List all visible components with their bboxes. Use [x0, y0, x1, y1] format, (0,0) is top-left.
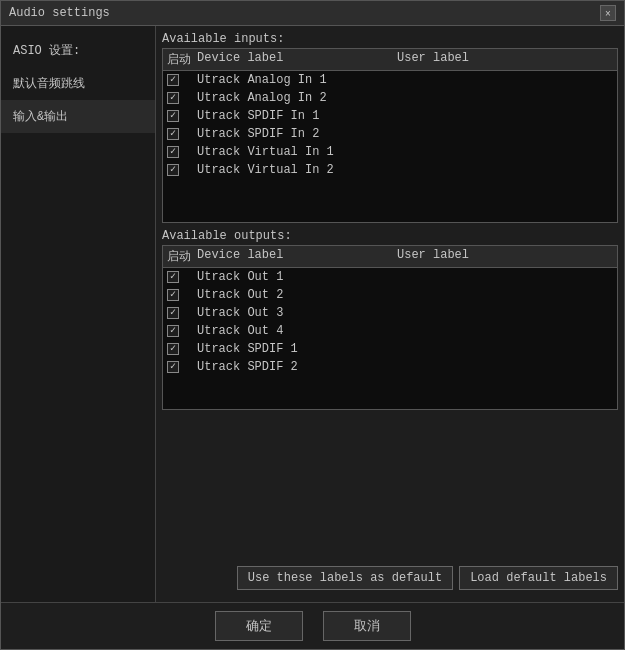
input-checkbox-5[interactable] [167, 164, 179, 176]
output-device-label: Utrack SPDIF 2 [197, 360, 397, 374]
table-row: Utrack Out 1 [163, 268, 617, 286]
input-device-label: Utrack Analog In 2 [197, 91, 397, 105]
inputs-table: 启动 Device label User label Utrack Analog… [162, 48, 618, 223]
outputs-table: 启动 Device label User label Utrack Out 1U… [162, 245, 618, 410]
table-row: Utrack Out 3 [163, 304, 617, 322]
inputs-section-label: Available inputs: [162, 32, 618, 46]
footer-buttons: 确定 取消 [1, 602, 624, 649]
output-checkbox-3[interactable] [167, 325, 179, 337]
output-device-label: Utrack Out 1 [197, 270, 397, 284]
output-checkbox-5[interactable] [167, 361, 179, 373]
input-checkbox-1[interactable] [167, 92, 179, 104]
table-row: Utrack SPDIF In 2 [163, 125, 617, 143]
input-checkbox-0[interactable] [167, 74, 179, 86]
input-device-label: Utrack SPDIF In 2 [197, 127, 397, 141]
title-bar: Audio settings × [1, 1, 624, 26]
output-checkbox-2[interactable] [167, 307, 179, 319]
outputs-rows: Utrack Out 1Utrack Out 2Utrack Out 3Utra… [163, 268, 617, 376]
input-device-label: Utrack Virtual In 2 [197, 163, 397, 177]
inputs-rows: Utrack Analog In 1Utrack Analog In 2Utra… [163, 71, 617, 179]
input-device-label: Utrack SPDIF In 1 [197, 109, 397, 123]
content-area: Available inputs: 启动 Device label User l… [156, 26, 624, 602]
outputs-header-user: User label [397, 248, 613, 265]
label-buttons-row: Use these labels as default Load default… [162, 560, 618, 596]
use-default-labels-button[interactable]: Use these labels as default [237, 566, 453, 590]
input-checkbox-4[interactable] [167, 146, 179, 158]
load-default-labels-button[interactable]: Load default labels [459, 566, 618, 590]
sidebar-item-asio[interactable]: ASIO 设置: [1, 34, 155, 67]
sidebar-item-io[interactable]: 输入&输出 [1, 100, 155, 133]
table-row: Utrack Virtual In 2 [163, 161, 617, 179]
table-row: Utrack Virtual In 1 [163, 143, 617, 161]
sidebar-item-default-bus[interactable]: 默认音频跳线 [1, 67, 155, 100]
output-device-label: Utrack Out 3 [197, 306, 397, 320]
output-checkbox-1[interactable] [167, 289, 179, 301]
main-content: ASIO 设置: 默认音频跳线 输入&输出 Available inputs: … [1, 26, 624, 602]
close-button[interactable]: × [600, 5, 616, 21]
outputs-section-label: Available outputs: [162, 229, 618, 243]
table-row: Utrack Out 2 [163, 286, 617, 304]
outputs-table-header: 启动 Device label User label [163, 246, 617, 268]
ok-button[interactable]: 确定 [215, 611, 303, 641]
inputs-table-header: 启动 Device label User label [163, 49, 617, 71]
output-device-label: Utrack SPDIF 1 [197, 342, 397, 356]
outputs-header-enable: 启动 [167, 248, 197, 265]
input-checkbox-2[interactable] [167, 110, 179, 122]
inputs-header-device: Device label [197, 51, 397, 68]
output-device-label: Utrack Out 2 [197, 288, 397, 302]
output-checkbox-0[interactable] [167, 271, 179, 283]
input-device-label: Utrack Analog In 1 [197, 73, 397, 87]
table-row: Utrack SPDIF In 1 [163, 107, 617, 125]
output-checkbox-4[interactable] [167, 343, 179, 355]
table-row: Utrack SPDIF 2 [163, 358, 617, 376]
table-row: Utrack SPDIF 1 [163, 340, 617, 358]
window-title: Audio settings [9, 6, 110, 20]
outputs-header-device: Device label [197, 248, 397, 265]
cancel-button[interactable]: 取消 [323, 611, 411, 641]
table-row: Utrack Analog In 2 [163, 89, 617, 107]
sidebar: ASIO 设置: 默认音频跳线 输入&输出 [1, 26, 156, 602]
output-device-label: Utrack Out 4 [197, 324, 397, 338]
input-device-label: Utrack Virtual In 1 [197, 145, 397, 159]
audio-settings-window: Audio settings × ASIO 设置: 默认音频跳线 输入&输出 A… [0, 0, 625, 650]
inputs-header-enable: 启动 [167, 51, 197, 68]
table-row: Utrack Out 4 [163, 322, 617, 340]
input-checkbox-3[interactable] [167, 128, 179, 140]
table-row: Utrack Analog In 1 [163, 71, 617, 89]
inputs-header-user: User label [397, 51, 613, 68]
